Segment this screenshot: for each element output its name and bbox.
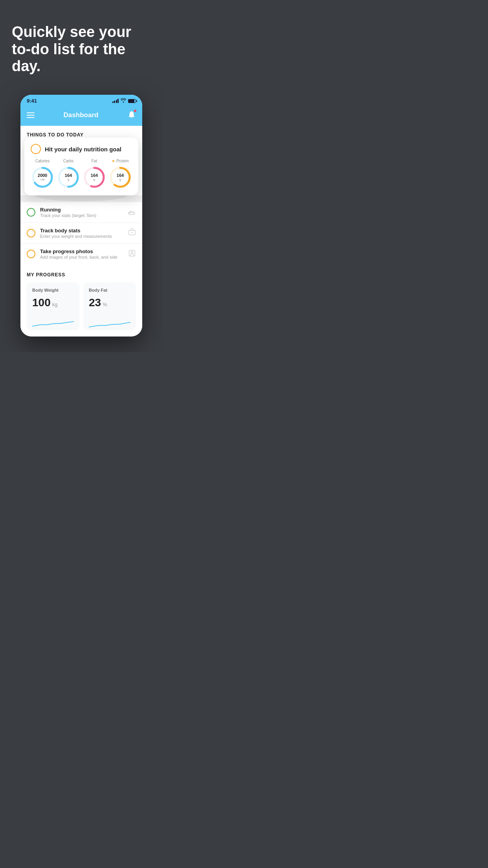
calories-donut: 2000 cal [31, 166, 54, 189]
body-stats-text: Track body stats Enter your weight and m… [40, 228, 123, 239]
todo-item-running[interactable]: Running Track your stats (target: 5km) [20, 202, 142, 223]
running-title: Running [40, 207, 123, 213]
body-stats-title: Track body stats [40, 228, 123, 234]
progress-title: MY PROGRESS [27, 272, 136, 278]
body-stats-subtitle: Enter your weight and measurements [40, 234, 123, 239]
battery-icon [128, 99, 136, 103]
nutrition-check-circle[interactable] [31, 144, 41, 154]
body-fat-chart [89, 314, 130, 330]
fat-donut: 164 g [83, 166, 106, 189]
body-fat-value: 23 [89, 296, 101, 309]
photos-circle [27, 250, 35, 258]
page-wrapper: Quickly see your to-do list for the day.… [0, 0, 163, 352]
hero-title: Quickly see your to-do list for the day. [12, 24, 151, 75]
body-weight-value-row: 100 kg [32, 296, 74, 309]
person-icon [128, 249, 136, 259]
todo-item-photos[interactable]: Take progress photos Add images of your … [20, 243, 142, 264]
svg-point-8 [128, 212, 135, 214]
running-icon [127, 208, 136, 217]
body-fat-unit: % [103, 302, 107, 307]
phone-content: THINGS TO DO TODAY Hit your daily nutrit… [20, 126, 142, 337]
wifi-icon [121, 98, 126, 103]
photos-text: Take progress photos Add images of your … [40, 248, 123, 259]
signal-icon [112, 99, 119, 103]
app-header: Dashboard [20, 106, 142, 126]
calories-label: Calories [35, 159, 50, 163]
protein-item: ★ Protein 164 g [108, 159, 132, 189]
notification-badge [134, 109, 137, 112]
svg-point-13 [131, 251, 133, 253]
status-bar: 9:41 [20, 95, 142, 106]
body-weight-value: 100 [32, 296, 51, 309]
nutrition-grid: Calories 2000 cal [31, 159, 132, 189]
body-weight-card-title: Body Weight [32, 288, 74, 292]
nutrition-card: Hit your daily nutrition goal Calories [24, 138, 138, 195]
carbs-label: Carbs [63, 159, 74, 163]
body-weight-card: Body Weight 100 kg [27, 282, 79, 330]
progress-cards: Body Weight 100 kg [27, 282, 136, 330]
calories-item: Calories 2000 cal [31, 159, 54, 189]
body-stats-circle [27, 229, 35, 237]
running-circle [27, 208, 35, 217]
carbs-item: Carbs 164 g [57, 159, 80, 189]
header-title: Dashboard [64, 111, 99, 119]
photos-subtitle: Add images of your front, back, and side [40, 255, 123, 259]
running-subtitle: Track your stats (target: 5km) [40, 213, 123, 218]
body-fat-card: Body Fat 23 % [83, 282, 136, 330]
running-text: Running Track your stats (target: 5km) [40, 207, 123, 218]
card-shadow [20, 195, 142, 202]
status-icons [112, 98, 136, 103]
scale-icon [128, 228, 136, 238]
protein-label-row: ★ Protein [112, 159, 129, 163]
fat-label: Fat [92, 159, 97, 163]
carbs-donut: 164 g [57, 166, 80, 189]
card-title-row: Hit your daily nutrition goal [31, 144, 132, 154]
hero-section: Quickly see your to-do list for the day. [0, 0, 163, 87]
body-weight-unit: kg [52, 302, 58, 307]
fat-item: Fat 164 g [83, 159, 106, 189]
menu-button[interactable] [27, 112, 35, 118]
star-icon: ★ [112, 159, 115, 163]
body-fat-value-row: 23 % [89, 296, 130, 309]
status-time: 9:41 [27, 98, 37, 104]
protein-donut: 164 g [108, 166, 132, 189]
nutrition-card-title: Hit your daily nutrition goal [45, 146, 121, 153]
todo-list: Running Track your stats (target: 5km) [20, 202, 142, 264]
todo-item-body-stats[interactable]: Track body stats Enter your weight and m… [20, 223, 142, 243]
body-fat-card-title: Body Fat [89, 288, 130, 292]
photos-title: Take progress photos [40, 248, 123, 254]
notification-button[interactable] [127, 110, 136, 120]
body-weight-chart [32, 314, 74, 330]
progress-section: MY PROGRESS Body Weight 100 kg [20, 264, 142, 337]
phone-mockup: 9:41 [20, 95, 142, 337]
protein-label: Protein [116, 159, 129, 163]
